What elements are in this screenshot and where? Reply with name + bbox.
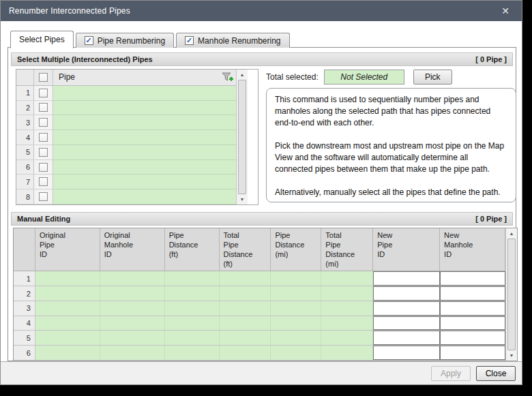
editable-cell[interactable]: [373, 271, 440, 286]
column-header: Total Pipe Distance (mi): [321, 228, 373, 271]
row-checkbox-cell: [34, 189, 53, 204]
filter-icon[interactable]: [222, 72, 233, 82]
row-checkbox-cell: [34, 174, 53, 189]
pipe-cell[interactable]: [53, 160, 236, 175]
pipe-table-header-row: Pipe: [16, 70, 236, 86]
row-number-cell: 2: [16, 101, 34, 116]
pipe-cell[interactable]: [53, 189, 236, 204]
renumber-dialog: Renumber Interconnected Pipes ✕ Select P…: [0, 0, 522, 385]
pipe-cell[interactable]: [53, 115, 236, 130]
pipe-column-header: Pipe: [59, 72, 75, 82]
tab-manhole-renumbering[interactable]: ✓ Manhole Renumbering: [176, 33, 289, 48]
editable-cell[interactable]: [373, 301, 440, 316]
grid-cell: [165, 316, 220, 331]
manhole-renumbering-checkbox[interactable]: ✓: [185, 36, 194, 45]
total-selected-value: Not Selected: [324, 70, 404, 85]
row-number-cell: 1: [16, 86, 34, 101]
row-checkbox[interactable]: [39, 133, 48, 142]
editable-cell[interactable]: [373, 286, 440, 301]
grid-cell: [271, 346, 321, 360]
pipe-cell[interactable]: [53, 101, 236, 116]
tab-pipe-renumbering[interactable]: ✓ Pipe Renumbering: [76, 33, 174, 48]
row-number-cell: 2: [14, 286, 35, 301]
row-number-header: [14, 228, 35, 271]
editable-cell[interactable]: [373, 316, 440, 331]
scroll-up-icon[interactable]: ▲: [237, 70, 248, 80]
pick-button[interactable]: Pick: [413, 70, 452, 85]
column-header: Original Manhole ID: [100, 228, 165, 271]
grid-cell: [35, 301, 100, 316]
tab-select-pipes[interactable]: Select Pipes: [10, 31, 74, 48]
scroll-down-icon[interactable]: ▼: [506, 350, 517, 361]
select-all-cell: [34, 70, 53, 85]
grid-cell: [271, 316, 321, 331]
row-checkbox-cell: [34, 115, 53, 130]
description-paragraph: Alternatively, manually select all the p…: [275, 187, 507, 198]
row-number-cell: 5: [16, 145, 34, 160]
pipe-table-row: 3: [16, 115, 236, 130]
pipe-cell[interactable]: [53, 86, 236, 101]
pipe-renumbering-checkbox[interactable]: ✓: [85, 36, 93, 45]
row-checkbox[interactable]: [39, 192, 48, 201]
editable-cell[interactable]: [373, 331, 440, 345]
row-number-header: [16, 70, 34, 85]
grid-cell: [220, 331, 271, 345]
editable-cell[interactable]: [440, 331, 505, 345]
grid-cell: [321, 286, 373, 301]
manual-table-row: 4: [14, 316, 505, 331]
row-checkbox-cell: [34, 130, 53, 145]
pipe-table-row: 4: [16, 130, 236, 145]
grid-cell: [165, 346, 220, 360]
editable-cell[interactable]: [440, 316, 505, 331]
row-checkbox[interactable]: [39, 89, 48, 97]
grid-cell: [220, 286, 271, 301]
total-selected-row: Total selected: Not Selected Pick: [266, 69, 452, 85]
scroll-up-icon[interactable]: ▲: [506, 228, 517, 239]
manual-table-scrollbar[interactable]: ▲ ▼: [505, 228, 517, 361]
pipe-cell[interactable]: [53, 130, 236, 145]
row-checkbox[interactable]: [39, 163, 48, 172]
row-checkbox[interactable]: [39, 148, 48, 157]
manual-table-header-row: Original Pipe IDOriginal Manhole IDPipe …: [14, 228, 505, 271]
manual-table-row: 6: [14, 346, 505, 361]
column-header: Pipe Distance (mi): [271, 228, 321, 271]
manual-editing-header: Manual Editing [ 0 Pipe ]: [11, 212, 513, 226]
manual-table-row: 3: [14, 301, 505, 316]
scrollbar-thumb[interactable]: [238, 80, 246, 194]
grid-cell: [35, 271, 100, 286]
pipe-cell[interactable]: [53, 145, 236, 160]
pipe-table-scrollbar[interactable]: ▲ ▼: [236, 70, 248, 204]
row-checkbox-cell: [34, 160, 53, 175]
close-icon[interactable]: ✕: [499, 5, 512, 16]
grid-cell: [100, 346, 165, 360]
apply-button[interactable]: Apply: [431, 366, 471, 381]
grid-cell: [321, 271, 373, 286]
column-header: New Manhole ID: [440, 228, 505, 271]
grid-cell: [321, 301, 373, 316]
editable-cell[interactable]: [440, 286, 505, 301]
pipe-cell[interactable]: [53, 174, 236, 189]
editable-cell[interactable]: [440, 346, 505, 360]
manual-editing-count: [ 0 Pipe ]: [475, 215, 507, 223]
scroll-down-icon[interactable]: ▼: [237, 194, 248, 204]
manual-table-row: 2: [14, 286, 505, 301]
pipe-table-row: 7: [16, 174, 236, 189]
column-header: New Pipe ID: [373, 228, 440, 271]
close-button[interactable]: Close: [476, 366, 516, 381]
grid-cell: [165, 331, 220, 345]
scrollbar-thumb[interactable]: [507, 239, 516, 350]
editable-cell[interactable]: [440, 301, 505, 316]
row-number-cell: 4: [14, 316, 35, 331]
editable-cell[interactable]: [440, 271, 505, 286]
pipe-selection-table: Pipe 12345678 ▲ ▼: [16, 69, 258, 205]
footer-bar: Apply Close: [1, 361, 522, 384]
row-number-cell: 3: [14, 301, 35, 316]
editable-cell[interactable]: [373, 346, 440, 360]
row-checkbox[interactable]: [39, 177, 48, 186]
column-header: Original Pipe ID: [35, 228, 100, 271]
row-checkbox[interactable]: [39, 118, 48, 127]
select-all-checkbox[interactable]: [39, 73, 48, 82]
manual-table-row: 1: [14, 271, 505, 286]
column-header: Total Pipe Distance (ft): [220, 228, 271, 271]
row-checkbox[interactable]: [39, 103, 48, 112]
